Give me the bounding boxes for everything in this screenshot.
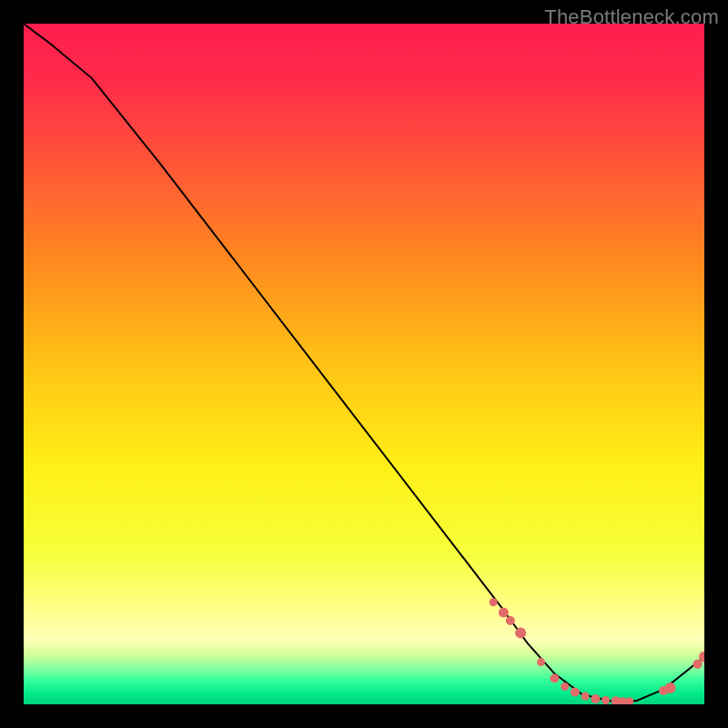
marker-dot: [561, 682, 569, 691]
marker-dot: [506, 616, 515, 625]
gradient-background: [24, 24, 704, 704]
marker-dot: [490, 598, 498, 606]
marker-dot: [693, 660, 703, 669]
marker-dot: [591, 694, 600, 703]
marker-dot: [581, 693, 590, 701]
marker-dot: [571, 688, 580, 697]
marker-dot: [515, 627, 526, 638]
marker-dot: [550, 674, 559, 683]
watermark-text: TheBottleneck.com: [544, 5, 719, 29]
bottleneck-chart: [24, 24, 704, 704]
marker-dot: [665, 682, 676, 693]
marker-dot: [499, 608, 509, 618]
marker-dot: [537, 658, 545, 666]
marker-dot: [602, 696, 610, 704]
chart-svg: [24, 24, 704, 704]
